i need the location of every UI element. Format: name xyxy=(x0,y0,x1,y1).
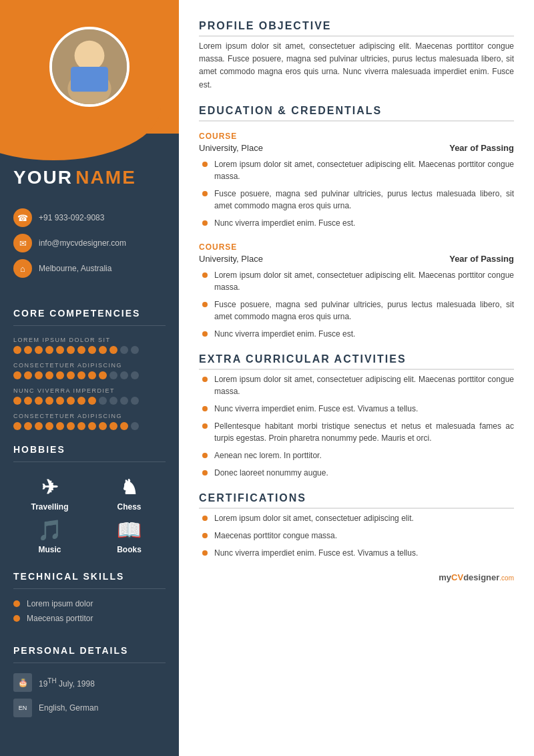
bullet-icon xyxy=(13,615,20,622)
personal-section: PERSONAL DETAILS 🎂 19TH July, 1998 EN En… xyxy=(0,635,179,731)
bullet-item: Nunc viverra imperdiet enim. Fusce est. xyxy=(202,328,514,340)
profile-text: Lorem ipsum dolor sit amet, consectetuer… xyxy=(199,40,514,91)
phone-icon: ☎ xyxy=(13,208,32,227)
hobbies-section: HOBBIES ✈ Travelling ♞ Chess 🎵 Music 📖 B… xyxy=(0,434,179,561)
competencies-title: CORE COMPETENCIES xyxy=(0,298,179,325)
course-1-row: University, Place Year of Passing xyxy=(199,143,514,153)
bullet-item: Pellentesque habitant morbi tristique se… xyxy=(202,420,514,444)
location-icon: ⌂ xyxy=(13,259,32,278)
tech-skill-2: Maecenas porttitor xyxy=(13,614,166,623)
bullet-item: Lorem ipsum dolor sit amet, consectetuer… xyxy=(202,269,514,293)
course-2-bullets: Lorem ipsum dolor sit amet, consectetuer… xyxy=(199,269,514,340)
profile-heading: PROFILE OBJECTIVE xyxy=(199,20,514,37)
course-2-row: University, Place Year of Passing xyxy=(199,254,514,264)
hobbies-grid: ✈ Travelling ♞ Chess 🎵 Music 📖 Books xyxy=(0,469,179,561)
competency-4-label: CONSECTETUER ADIPISCING xyxy=(13,413,166,419)
brand-cv: CV xyxy=(451,572,463,582)
bullet-item: Lorem ipsum dolor sit amet, consectetuer… xyxy=(202,512,514,524)
name-your: YOUR xyxy=(13,167,73,188)
competency-3-dots xyxy=(13,397,166,405)
language-text: English, German xyxy=(39,703,98,713)
personal-title: PERSONAL DETAILS xyxy=(0,635,179,663)
personal-dob: 🎂 19TH July, 1998 xyxy=(13,673,166,692)
hobby-travelling-label: Travelling xyxy=(31,502,68,512)
hobbies-title: HOBBIES xyxy=(0,434,179,461)
bullet-item: Maecenas porttitor congue massa. xyxy=(202,530,514,542)
brand-designer: designer xyxy=(463,572,499,582)
contact-phone: ☎ +91 933-092-9083 xyxy=(13,208,166,227)
sidebar-top xyxy=(0,0,179,134)
personal-language: EN English, German xyxy=(13,699,166,717)
course-2-label: COURSE xyxy=(199,242,514,252)
personal-details-list: 🎂 19TH July, 1998 EN English, German xyxy=(0,670,179,731)
competency-2: CONSECTETUER ADIPISCING xyxy=(0,358,179,383)
brand-my: my xyxy=(439,572,451,582)
email-icon: ✉ xyxy=(13,234,32,252)
cert-section: CERTIFICATIONS Lorem ipsum dolor sit ame… xyxy=(199,492,514,559)
bullet-item: Nunc viverra imperdiet enim. Fusce est. xyxy=(202,217,514,229)
course-2: COURSE University, Place Year of Passing… xyxy=(199,242,514,340)
hobby-books: 📖 Books xyxy=(93,518,166,554)
bullet-item: Nunc viverra imperdiet enim. Fusce est. … xyxy=(202,547,514,559)
cert-heading: CERTIFICATIONS xyxy=(199,492,514,509)
competency-1-dots xyxy=(13,346,166,354)
extra-section: EXTRA CURRICULAR ACTIVITIES Lorem ipsum … xyxy=(199,353,514,479)
name-name: NAME xyxy=(75,167,136,188)
avatar xyxy=(49,27,129,107)
competency-1: LOREM IPSUM DOLOR SIT xyxy=(0,333,179,358)
competency-4: CONSECTETUER ADIPISCING xyxy=(0,409,179,434)
contact-block: ☎ +91 933-092-9083 ✉ info@mycvdesigner.c… xyxy=(0,202,179,298)
hobby-music: 🎵 Music xyxy=(13,518,86,554)
dob-text: 19TH July, 1998 xyxy=(39,677,95,689)
competency-2-dots xyxy=(13,371,166,379)
hobby-travelling: ✈ Travelling xyxy=(13,476,86,512)
hobby-chess: ♞ Chess xyxy=(93,476,166,512)
bullet-item: Fusce posuere, magna sed pulvinar ultric… xyxy=(202,299,514,323)
course-1-year: Year of Passing xyxy=(449,143,514,153)
bullet-item: Lorem ipsum dolor sit amet, consectetuer… xyxy=(202,158,514,182)
education-section: EDUCATION & CREDENTIALS COURSE Universit… xyxy=(199,105,514,340)
contact-location: ⌂ Melbourne, Australia xyxy=(13,259,166,278)
brand-com: .com xyxy=(499,574,514,582)
competencies-section: CORE COMPETENCIES LOREM IPSUM DOLOR SIT … xyxy=(0,298,179,434)
email-text: info@mycvdesigner.com xyxy=(39,238,126,248)
bullet-item: Lorem ipsum dolor sit amet, consectetuer… xyxy=(202,373,514,397)
competency-1-label: LOREM IPSUM DOLOR SIT xyxy=(13,337,166,343)
hobby-books-label: Books xyxy=(117,545,142,554)
education-heading: EDUCATION & CREDENTIALS xyxy=(199,105,514,122)
tech-skills-title: TECHNICAL SKILLS xyxy=(0,561,179,588)
extra-heading: EXTRA CURRICULAR ACTIVITIES xyxy=(199,353,514,370)
tech-skill-2-text: Maecenas porttitor xyxy=(27,614,93,623)
svg-point-1 xyxy=(75,41,105,71)
competency-2-label: CONSECTETUER ADIPISCING xyxy=(13,362,166,369)
bullet-item: Nunc viverra imperdiet enim. Fusce est. … xyxy=(202,403,514,415)
contact-email: ✉ info@mycvdesigner.com xyxy=(13,234,166,252)
main-content: PROFILE OBJECTIVE Lorem ipsum dolor sit … xyxy=(179,0,534,756)
competency-4-dots xyxy=(13,422,166,430)
extra-bullets: Lorem ipsum dolor sit amet, consectetuer… xyxy=(199,373,514,479)
books-icon: 📖 xyxy=(117,518,142,542)
bullet-item: Fusce posuere, magna sed pulvinar ultric… xyxy=(202,188,514,212)
competency-3: NUNC VIVERRA IMPERDIET xyxy=(0,383,179,409)
cert-bullets: Lorem ipsum dolor sit amet, consectetuer… xyxy=(199,512,514,559)
language-icon: EN xyxy=(13,699,32,717)
travelling-icon: ✈ xyxy=(41,476,58,499)
hobby-chess-label: Chess xyxy=(117,502,141,512)
course-2-uni: University, Place xyxy=(199,254,263,264)
location-text: Melbourne, Australia xyxy=(39,264,111,273)
music-icon: 🎵 xyxy=(37,518,62,542)
profile-section: PROFILE OBJECTIVE Lorem ipsum dolor sit … xyxy=(199,20,514,91)
chess-icon: ♞ xyxy=(120,476,138,499)
course-1-label: COURSE xyxy=(199,132,514,141)
course-1: COURSE University, Place Year of Passing… xyxy=(199,132,514,229)
course-1-bullets: Lorem ipsum dolor sit amet, consectetuer… xyxy=(199,158,514,229)
tech-skills-section: TECHNICAL SKILLS Lorem ipsum dolor Maece… xyxy=(0,561,179,635)
bullet-item: Donec laoreet nonummy augue. xyxy=(202,467,514,479)
course-1-uni: University, Place xyxy=(199,143,263,153)
brand-footer: myCVdesigner.com xyxy=(199,572,514,582)
bullet-item: Aenean nec lorem. In porttitor. xyxy=(202,449,514,461)
course-2-year: Year of Passing xyxy=(449,254,514,264)
hobby-music-label: Music xyxy=(38,545,61,554)
bullet-icon xyxy=(13,600,20,607)
tech-skill-1-text: Lorem ipsum dolor xyxy=(27,599,93,608)
